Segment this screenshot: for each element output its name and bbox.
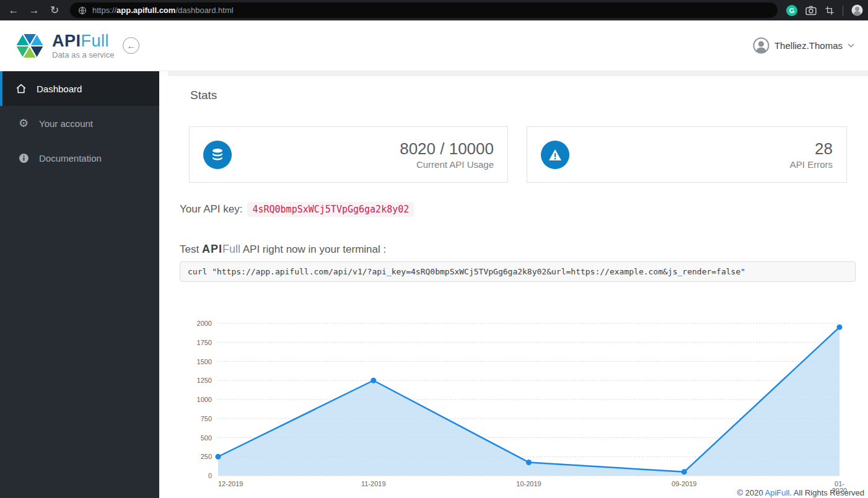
- svg-text:1500: 1500: [197, 358, 212, 365]
- url-protocol: https://: [92, 6, 116, 15]
- user-name: Thelliez.Thomas: [774, 40, 843, 51]
- sidebar-item-label: Your account: [39, 118, 93, 129]
- stat-card-errors: 28 API Errors: [527, 126, 847, 183]
- svg-text:12-2019: 12-2019: [218, 480, 243, 487]
- svg-text:0: 0: [208, 472, 212, 479]
- chevron-down-icon: [848, 43, 854, 48]
- api-key-value: 4sRQ0bmpSxWCj5TVpGg6ga2k8y02: [247, 202, 414, 217]
- svg-text:500: 500: [201, 434, 212, 442]
- brand-api: API: [202, 243, 222, 255]
- copyright-prefix: © 2020: [737, 488, 765, 497]
- screenshot-extension-icon[interactable]: [825, 6, 835, 15]
- stat-card-usage: 8020 / 10000 Current API Usage: [189, 126, 508, 183]
- browser-extensions: G: [786, 4, 868, 16]
- logo-full: Full: [81, 32, 110, 50]
- logo-api: API: [52, 32, 81, 50]
- svg-text:1750: 1750: [197, 339, 212, 346]
- usage-chart-svg: 02505007501000125015001750200012-201911-…: [180, 310, 858, 492]
- sidebar-item-your-account[interactable]: ⚙ Your account: [0, 106, 159, 141]
- test-prefix: Test: [180, 243, 202, 255]
- user-avatar-icon: [753, 37, 769, 54]
- test-instruction: Test APIFull API right now in your termi…: [180, 243, 386, 256]
- user-menu[interactable]: Thelliez.Thomas: [753, 37, 854, 54]
- svg-text:11-2019: 11-2019: [361, 480, 386, 487]
- app-logo[interactable]: APIFull Data as a service: [14, 30, 114, 62]
- url-text: https://app.apifull.com/dashboard.html: [92, 6, 234, 15]
- sidebar-item-documentation[interactable]: Documentation: [0, 141, 159, 175]
- footer-brand-link[interactable]: ApiFull: [765, 488, 790, 497]
- svg-text:1000: 1000: [197, 396, 212, 403]
- camera-extension-icon[interactable]: [805, 6, 817, 15]
- curl-command-block: curl "https://app.apifull.com/api/v1/?ap…: [180, 261, 856, 282]
- collapse-sidebar-button[interactable]: ←: [123, 37, 139, 54]
- url-domain: app.apifull.com: [116, 6, 175, 15]
- browser-chrome: ← → ↻ https://app.apifull.com/dashboard.…: [0, 0, 868, 20]
- info-icon: [17, 153, 30, 164]
- home-icon: [15, 83, 27, 94]
- svg-text:750: 750: [201, 415, 212, 422]
- logo-tagline: Data as a service: [52, 50, 114, 59]
- browser-profile-avatar-icon[interactable]: [851, 4, 863, 16]
- browser-reload-button[interactable]: ↻: [47, 0, 62, 20]
- copyright-suffix: . All Rights Reserved: [789, 488, 864, 497]
- warning-icon: [541, 141, 569, 169]
- test-suffix: API right now in your terminal :: [240, 243, 386, 255]
- svg-text:2000: 2000: [197, 320, 212, 327]
- page-title: Stats: [190, 89, 217, 102]
- url-path: /dashboard.html: [175, 6, 233, 15]
- api-key-line: Your API key:4sRQ0bmpSxWCj5TVpGg6ga2k8y0…: [180, 203, 414, 216]
- usage-value: 8020 / 10000: [400, 139, 494, 158]
- brand-full: Full: [222, 243, 240, 255]
- svg-text:250: 250: [201, 453, 212, 460]
- errors-value: 28: [790, 139, 833, 158]
- api-key-label: Your API key:: [180, 203, 242, 215]
- errors-label: API Errors: [790, 159, 833, 170]
- logo-text: APIFull Data as a service: [52, 32, 114, 59]
- main-content: Stats 8020 / 10000 Current API Usage 28 …: [159, 71, 868, 498]
- toolbar-divider: [843, 6, 843, 15]
- svg-text:09-2019: 09-2019: [672, 480, 696, 487]
- usage-chart: 02505007501000125015001750200012-201911-…: [180, 310, 858, 492]
- svg-text:1250: 1250: [197, 377, 212, 384]
- content-top-strip: [168, 71, 868, 76]
- sidebar-item-dashboard[interactable]: Dashboard: [0, 71, 159, 106]
- database-icon: [203, 141, 232, 169]
- sidebar: Dashboard ⚙ Your account Documentation: [0, 71, 159, 498]
- svg-text:10-2019: 10-2019: [516, 480, 541, 487]
- sidebar-item-label: Documentation: [39, 153, 102, 164]
- browser-back-button[interactable]: ←: [6, 0, 21, 20]
- app-header: APIFull Data as a service ← Thelliez.Tho…: [0, 20, 868, 71]
- sidebar-item-label: Dashboard: [37, 84, 82, 94]
- globe-icon: [78, 6, 87, 15]
- gear-icon: ⚙: [17, 116, 30, 130]
- browser-forward-button[interactable]: →: [27, 0, 42, 20]
- usage-label: Current API Usage: [400, 159, 494, 170]
- apifull-logo-icon: [14, 30, 46, 62]
- footer-copyright: © 2020 ApiFull. All Rights Reserved: [737, 488, 864, 497]
- address-bar[interactable]: https://app.apifull.com/dashboard.html: [70, 2, 778, 18]
- grammarly-extension-icon[interactable]: G: [786, 5, 797, 16]
